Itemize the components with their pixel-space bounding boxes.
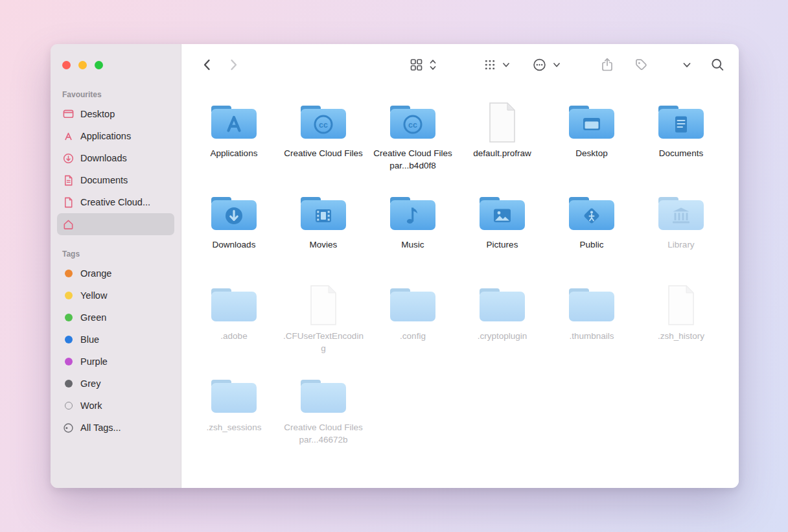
library-folder-icon bbox=[654, 192, 708, 235]
file-item-cfusertextencoding[interactable]: .CFUserTextEncoding bbox=[279, 284, 368, 375]
file-item-movies[interactable]: Movies bbox=[279, 192, 368, 284]
movies-folder-icon bbox=[296, 192, 351, 235]
group-chevron[interactable] bbox=[502, 60, 511, 69]
file-name: .config bbox=[400, 330, 426, 342]
sidebar-item-desktop[interactable]: Desktop bbox=[57, 103, 174, 125]
tags-section-title: Tags bbox=[57, 247, 174, 262]
finder-window: Favourites Desktop Applications bbox=[51, 44, 739, 488]
tag-label: Yellow bbox=[80, 290, 107, 301]
tag-item-blue[interactable]: Blue bbox=[57, 329, 174, 351]
file-item-adobe[interactable]: .adobe bbox=[189, 284, 279, 375]
file-item-desktop[interactable]: Desktop bbox=[547, 101, 636, 192]
tag-label: Blue bbox=[80, 334, 99, 345]
search-button[interactable] bbox=[710, 58, 725, 73]
close-button[interactable] bbox=[62, 61, 71, 69]
share-button[interactable] bbox=[600, 57, 614, 73]
tag-item-purple[interactable]: Purple bbox=[57, 351, 174, 373]
document-file-icon bbox=[654, 284, 708, 327]
more-circle-icon bbox=[532, 58, 547, 73]
file-name: .CFUserTextEncoding bbox=[282, 330, 365, 354]
toolbar-overflow-chevron[interactable] bbox=[682, 60, 692, 70]
sidebar-item-applications[interactable]: Applications bbox=[57, 125, 174, 147]
folder-icon bbox=[296, 375, 351, 418]
public-folder-icon bbox=[564, 192, 619, 235]
file-item-applications[interactable]: Applications bbox=[189, 101, 279, 192]
file-name: Creative Cloud Files par...46672b bbox=[282, 421, 365, 446]
music-folder-icon bbox=[386, 192, 440, 235]
sidebar-item-label: Downloads bbox=[80, 153, 127, 163]
file-item-creative-cloud-files-par-b4d0f8[interactable]: Creative Cloud Files par...b4d0f8 bbox=[368, 101, 458, 192]
pictures-folder-icon bbox=[475, 192, 529, 235]
downloads-icon bbox=[62, 152, 75, 165]
tag-label: Purple bbox=[80, 356, 108, 367]
grey-tag-icon bbox=[65, 380, 73, 387]
tag-button[interactable] bbox=[634, 58, 648, 72]
file-name: Creative Cloud Files par...b4d0f8 bbox=[371, 147, 454, 172]
tag-item-work[interactable]: Work bbox=[57, 395, 174, 417]
tag-item-orange[interactable]: Orange bbox=[57, 262, 174, 284]
search-icon bbox=[710, 58, 725, 73]
file-item-config[interactable]: .config bbox=[368, 284, 458, 375]
file-name: Downloads bbox=[213, 238, 256, 251]
favourites-section-title: Favourites bbox=[57, 87, 174, 103]
documents-folder-icon bbox=[654, 101, 708, 144]
file-item-public[interactable]: Public bbox=[547, 192, 636, 284]
file-name: Creative Cloud Files bbox=[284, 147, 363, 159]
tag-item-grey[interactable]: Grey bbox=[57, 373, 174, 395]
view-stepper[interactable] bbox=[428, 58, 437, 72]
file-item-documents[interactable]: Documents bbox=[636, 101, 726, 192]
group-button[interactable] bbox=[483, 58, 496, 71]
sidebar-item-label: Desktop bbox=[80, 109, 115, 119]
desktop-background: Favourites Desktop Applications bbox=[0, 0, 788, 532]
file-item-default-profraw[interactable]: default.profraw bbox=[458, 101, 547, 192]
view-stepper-icon bbox=[428, 58, 437, 72]
file-item-cryptoplugin[interactable]: .cryptoplugin bbox=[458, 284, 547, 375]
file-item-creative-cloud-files[interactable]: Creative Cloud Files bbox=[279, 101, 368, 192]
applications-folder-icon bbox=[207, 101, 261, 144]
sidebar-item-label: Documents bbox=[80, 175, 128, 185]
file-item-thumbnails[interactable]: .thumbnails bbox=[547, 284, 636, 375]
tag-item-all-tags[interactable]: All Tags... bbox=[57, 417, 174, 439]
creative-cloud-folder-icon bbox=[386, 101, 440, 144]
tag-item-green[interactable]: Green bbox=[57, 306, 174, 329]
sidebar-item-documents[interactable]: Documents bbox=[57, 169, 174, 191]
sidebar-item-downloads[interactable]: Downloads bbox=[57, 147, 174, 169]
sidebar-item-creative-cloud[interactable]: Creative Cloud... bbox=[57, 191, 174, 213]
file-item-pictures[interactable]: Pictures bbox=[458, 192, 547, 284]
document-file-icon bbox=[475, 101, 529, 144]
tag-label: All Tags... bbox=[80, 422, 121, 433]
file-item-music[interactable]: Music bbox=[368, 192, 458, 284]
file-item-creative-cloud-files-par-46672b[interactable]: Creative Cloud Files par...46672b bbox=[279, 375, 368, 467]
more-chevron[interactable] bbox=[552, 60, 561, 69]
back-icon bbox=[201, 58, 213, 72]
file-name: .zsh_history bbox=[658, 330, 704, 342]
file-name: Movies bbox=[310, 238, 338, 251]
orange-tag-icon bbox=[65, 270, 73, 277]
minimize-button[interactable] bbox=[78, 61, 87, 69]
blue-tag-icon bbox=[65, 336, 73, 343]
group-icon bbox=[483, 58, 496, 71]
forward-icon bbox=[228, 58, 240, 72]
sidebar: Favourites Desktop Applications bbox=[51, 44, 181, 488]
tag-icon bbox=[634, 58, 648, 72]
folder-icon bbox=[475, 284, 529, 327]
yellow-tag-icon bbox=[65, 292, 73, 299]
document-icon bbox=[62, 196, 75, 209]
file-item-downloads[interactable]: Downloads bbox=[189, 192, 279, 284]
icon-view-icon bbox=[410, 58, 423, 72]
icon-view-button[interactable] bbox=[410, 58, 423, 72]
tag-item-yellow[interactable]: Yellow bbox=[57, 284, 174, 306]
back-button[interactable] bbox=[201, 58, 213, 72]
creative-cloud-folder-icon bbox=[296, 101, 351, 144]
tag-label: Orange bbox=[80, 268, 111, 279]
forward-button[interactable] bbox=[228, 58, 240, 72]
more-actions-button[interactable] bbox=[532, 58, 547, 73]
file-item-zsh-history[interactable]: .zsh_history bbox=[636, 284, 726, 375]
folder-icon bbox=[386, 284, 440, 327]
sidebar-item-home[interactable] bbox=[57, 213, 174, 235]
file-item-library[interactable]: Library bbox=[636, 192, 726, 284]
zoom-button[interactable] bbox=[95, 61, 103, 69]
applications-icon bbox=[62, 130, 75, 143]
file-item-zsh-sessions[interactable]: .zsh_sessions bbox=[189, 375, 279, 467]
desktop-folder-icon bbox=[564, 101, 619, 144]
